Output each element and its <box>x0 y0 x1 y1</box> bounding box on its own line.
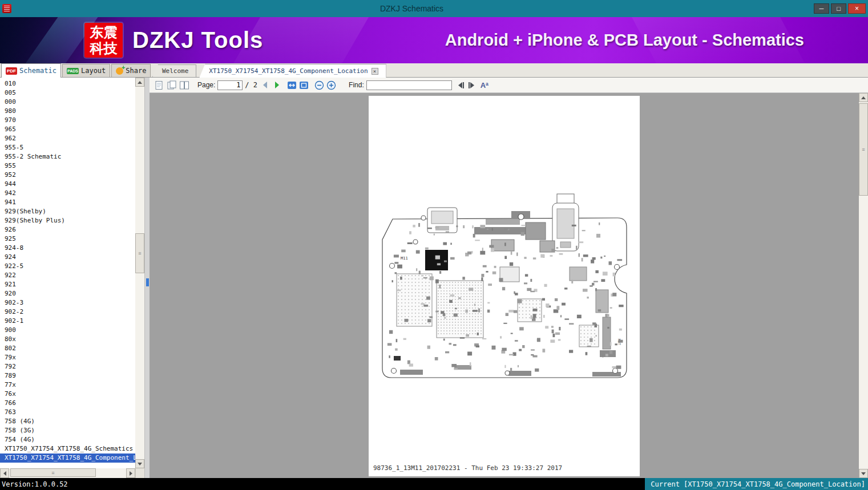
maximize-button[interactable]: □ <box>831 3 846 14</box>
document-area[interactable]: M11 <box>150 93 859 478</box>
triangle-up-icon <box>138 81 142 84</box>
list-item[interactable]: 754 (4G) <box>0 435 135 444</box>
triangle-right-icon <box>130 471 132 476</box>
h-scroll-track[interactable]: ≡ <box>9 468 126 478</box>
doc-tab-component-location[interactable]: XT1750_X71754_XT1758_4G_Component_Locati… <box>199 64 386 78</box>
scroll-down-icon[interactable] <box>135 459 144 468</box>
list-item[interactable]: 802 <box>0 344 135 353</box>
list-item[interactable]: 962 <box>0 134 135 143</box>
book-view-icon[interactable] <box>179 80 189 90</box>
list-item[interactable]: 789 <box>0 371 135 380</box>
scroll-up-icon[interactable] <box>859 93 868 102</box>
list-item[interactable]: 80x <box>0 335 135 344</box>
fit-width-icon[interactable] <box>287 80 297 90</box>
find-previous-icon[interactable] <box>457 81 465 90</box>
find-input[interactable] <box>366 80 452 90</box>
list-item[interactable]: 900 <box>0 326 135 335</box>
next-page-icon[interactable] <box>272 80 281 90</box>
list-item[interactable]: 902-2 <box>0 307 135 317</box>
tab-layout[interactable]: PADS Layout <box>62 64 110 77</box>
list-item[interactable]: 952 <box>0 171 135 180</box>
list-item[interactable]: 79x <box>0 353 135 362</box>
list-item[interactable]: 000 <box>0 98 135 107</box>
window-title: DZKJ Schematics <box>11 4 812 13</box>
list-item[interactable]: 010 <box>0 79 135 88</box>
list-item[interactable]: 920 <box>0 289 135 298</box>
list-item[interactable]: 970 <box>0 116 135 125</box>
tab-share-label: Share <box>126 67 146 75</box>
sidebar-body: 010005000980970965962955-5955-2 Schemati… <box>0 78 144 468</box>
list-item[interactable]: 929(Shelby Plus) <box>0 216 135 225</box>
zoom-in-icon[interactable] <box>326 80 336 90</box>
list-item[interactable]: 955-2 Schematic <box>0 152 135 161</box>
scroll-down-icon[interactable] <box>859 469 868 478</box>
minimize-button[interactable]: ─ <box>814 3 829 14</box>
list-item[interactable]: 922-5 <box>0 262 135 271</box>
sidebar-scroll-thumb[interactable]: ≡ <box>135 233 144 273</box>
list-item[interactable]: 76x <box>0 390 135 399</box>
list-item[interactable]: 965 <box>0 125 135 134</box>
page-total: / 2 <box>245 81 257 89</box>
list-item[interactable]: 942 <box>0 189 135 198</box>
list-item[interactable]: 941 <box>0 198 135 207</box>
banner-tagline: Android + iPhone & PCB Layout - Schemati… <box>445 31 804 50</box>
scroll-left-icon[interactable] <box>0 468 9 478</box>
list-item[interactable]: 929(Shelby) <box>0 207 135 216</box>
list-item[interactable]: 758 (4G) <box>0 417 135 426</box>
logo-line2: 科技 <box>90 41 118 56</box>
zoom-out-icon[interactable] <box>314 80 324 90</box>
scroll-up-icon[interactable] <box>135 78 144 87</box>
document-wrap: M11 <box>150 93 868 478</box>
close-button[interactable]: × <box>848 3 866 14</box>
scroll-right-icon[interactable] <box>126 468 135 478</box>
tab-close-icon[interactable]: × <box>372 68 378 75</box>
splitter-handle-icon[interactable] <box>146 278 149 286</box>
list-item[interactable]: 925 <box>0 234 135 244</box>
sidebar-horizontal-scrollbar[interactable]: ≡ <box>0 468 135 478</box>
tab-schematic-label: Schematic <box>19 67 56 75</box>
triangle-up-icon <box>861 96 866 99</box>
list-item[interactable]: 955-5 <box>0 143 135 152</box>
list-item[interactable]: 944 <box>0 180 135 189</box>
pdf-page: M11 <box>369 96 640 476</box>
h-scroll-thumb[interactable]: ≡ <box>10 468 96 477</box>
list-item[interactable]: 766 <box>0 399 135 408</box>
font-size-icon[interactable]: Aª <box>481 81 488 90</box>
list-item[interactable]: 921 <box>0 280 135 289</box>
list-item[interactable]: 792 <box>0 362 135 371</box>
page-number-input[interactable] <box>217 80 243 90</box>
doc-tab-welcome[interactable]: Welcome <box>152 64 196 77</box>
share-icon <box>116 67 123 75</box>
document-vertical-scrollbar[interactable]: ≡ <box>859 93 868 478</box>
tab-share[interactable]: Share <box>111 64 151 77</box>
list-item[interactable]: 922 <box>0 271 135 280</box>
sidebar-splitter[interactable] <box>144 78 150 478</box>
pads-icon: PADS <box>67 68 79 74</box>
sidebar-vertical-scrollbar[interactable]: ≡ <box>135 78 144 468</box>
list-item[interactable]: XT1750_X71754_XT1758_4G_Schematics <box>0 444 135 453</box>
list-item[interactable]: 924-8 <box>0 244 135 253</box>
list-item[interactable]: XT1750_X71754_XT1758_4G_Component_Loca <box>0 453 135 463</box>
tab-schematic[interactable]: PDF Schematic <box>1 63 61 78</box>
single-page-icon[interactable] <box>154 80 164 90</box>
previous-page-icon[interactable] <box>261 80 270 90</box>
triangle-left-icon <box>3 471 6 476</box>
list-item[interactable]: 77x <box>0 380 135 390</box>
sidebar-horizontal-row: ≡ <box>0 468 144 478</box>
list-item[interactable]: 758 (3G) <box>0 426 135 435</box>
list-item[interactable]: 924 <box>0 253 135 262</box>
triangle-down-icon <box>861 472 866 475</box>
list-item[interactable]: 902-3 <box>0 298 135 307</box>
list-item[interactable]: 955 <box>0 161 135 171</box>
list-item[interactable]: 980 <box>0 107 135 116</box>
document-scroll-thumb[interactable]: ≡ <box>859 103 868 196</box>
tab-bar: PDF Schematic PADS Layout Share Welcome … <box>0 63 868 78</box>
schematic-list: 010005000980970965962955-5955-2 Schemati… <box>0 78 135 468</box>
list-item[interactable]: 005 <box>0 88 135 98</box>
find-next-icon[interactable] <box>467 81 476 90</box>
list-item[interactable]: 763 <box>0 408 135 417</box>
list-item[interactable]: 926 <box>0 225 135 234</box>
list-item[interactable]: 902-1 <box>0 317 135 326</box>
facing-pages-icon[interactable] <box>167 80 177 90</box>
fit-page-icon[interactable] <box>299 80 309 90</box>
